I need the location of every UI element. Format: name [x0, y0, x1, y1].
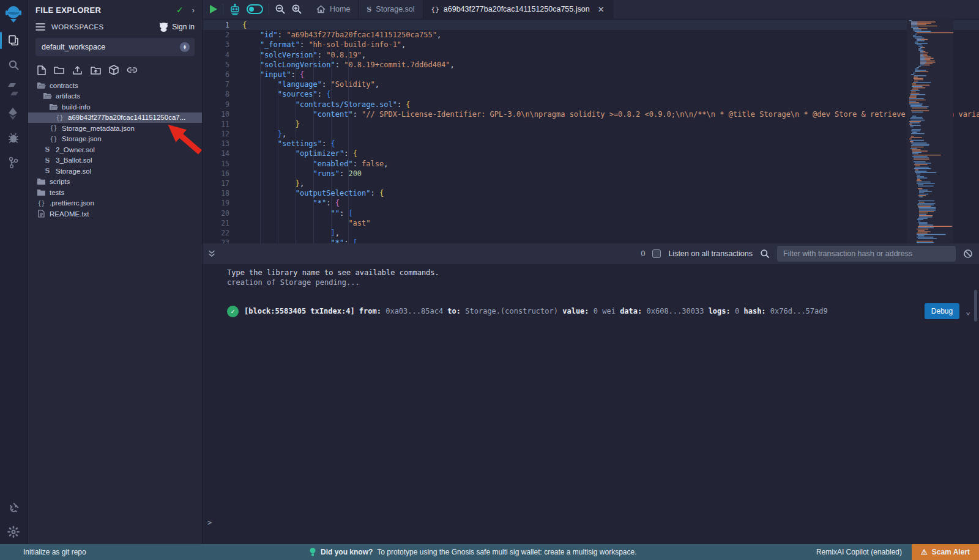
code-line-10[interactable]: 10 "content": "// SPDX-License-Identifie…	[203, 109, 979, 119]
divider	[269, 4, 269, 15]
code-line-12[interactable]: 12 },	[203, 129, 979, 139]
remix-ide-window: FILE EXPLORER ✓ › WORKSPACES Sign in def…	[0, 0, 979, 560]
sidebar-item-search[interactable]	[0, 53, 28, 77]
code-line-3[interactable]: 3 "_format": "hh-sol-build-info-1",	[203, 40, 979, 50]
expand-transaction-icon[interactable]: ⌄	[966, 307, 970, 316]
code-line-23[interactable]: 23 "*": [	[203, 238, 979, 243]
workspace-select[interactable]: default_workspace ▲▼	[35, 38, 195, 56]
sidebar-item-file-explorer[interactable]	[0, 28, 28, 53]
code-line-19[interactable]: 19 "*": {	[203, 198, 979, 208]
editor-tab-bar: HomeSStorage.sol{}a69b43f277ba20fcac1411…	[203, 0, 979, 18]
terminal-prompt[interactable]: >	[207, 518, 212, 527]
did-you-know-tip: Did you know? To prototype using the Gno…	[309, 547, 637, 557]
code-line-17[interactable]: 17 },	[203, 179, 979, 188]
folder-icon	[37, 189, 46, 196]
tree-item-tests[interactable]: tests	[28, 187, 202, 198]
link-icon[interactable]	[127, 65, 138, 75]
listen-all-checkbox[interactable]	[652, 249, 661, 258]
tree-item-readme-txt[interactable]: README.txt	[28, 208, 202, 219]
tree-item-contracts[interactable]: contracts	[28, 80, 202, 91]
check-icon: ✓	[176, 5, 184, 15]
sidebar-item-solidity-compiler[interactable]	[0, 77, 28, 101]
tree-item-storage-metadata-json[interactable]: {}Storage_metadata.json	[28, 123, 202, 134]
tree-item-2-owner-sol[interactable]: S2_Owner.sol	[28, 144, 202, 155]
transaction-filter-input[interactable]	[777, 246, 956, 262]
debug-button[interactable]: Debug	[925, 303, 959, 319]
tab-storage-sol[interactable]: SStorage.sol	[359, 0, 423, 18]
code-line-7[interactable]: 7 "language": "Solidity",	[203, 79, 979, 89]
json-icon: {}	[37, 200, 45, 207]
transaction-log-row[interactable]: ✓ [block:5583405 txIndex:4] from: 0xa03.…	[227, 303, 970, 319]
code-line-11[interactable]: 11 }	[203, 119, 979, 129]
code-line-8[interactable]: 8 "sources": {	[203, 89, 979, 99]
new-file-icon[interactable]	[37, 65, 46, 75]
box-icon[interactable]	[109, 65, 119, 75]
close-tab-icon[interactable]: ✕	[598, 5, 605, 14]
copilot-status[interactable]: RemixAI Copilot (enabled)	[816, 548, 902, 556]
code-line-16[interactable]: 16 "runs": 200	[203, 169, 979, 179]
sign-in-button[interactable]: Sign in	[158, 22, 195, 32]
hamburger-menu-icon[interactable]	[35, 23, 45, 31]
code-line-20[interactable]: 20 "": [	[203, 208, 979, 218]
new-folder-icon[interactable]	[54, 65, 64, 75]
workspace-name: default_workspace	[42, 43, 180, 51]
active-indicator	[0, 32, 2, 49]
code-editor[interactable]: 1{2 "id": "a69b43f277ba20fcac141151250ca…	[203, 18, 979, 243]
code-line-4[interactable]: 4 "solcVersion": "0.8.19",	[203, 50, 979, 60]
code-line-18[interactable]: 18 "outputSelection": {	[203, 188, 979, 198]
clear-console-icon[interactable]	[963, 249, 973, 259]
tree-item-a69b43f277ba20fcac141151250ca7-[interactable]: {}a69b43f277ba20fcac141151250ca7...	[28, 112, 202, 123]
tree-item-3-ballot-sol[interactable]: S3_Ballot.sol	[28, 155, 202, 166]
main-area: HomeSStorage.sol{}a69b43f277ba20fcac1411…	[202, 0, 979, 544]
remix-logo-icon[interactable]	[0, 0, 28, 28]
tree-item--prettierrc-json[interactable]: {}.prettierrc.json	[28, 198, 202, 209]
tab-a69b43f277ba20fcac141151250ca755-json[interactable]: {}a69b43f277ba20fcac141151250ca755.json✕	[423, 0, 613, 18]
code-line-14[interactable]: 14 "optimizer": {	[203, 149, 979, 158]
terminal[interactable]: Type the library name to see available c…	[203, 264, 979, 544]
code-line-2[interactable]: 2 "id": "a69b43f277ba20fcac141151250ca75…	[203, 30, 979, 40]
code-line-13[interactable]: 13 "settings": {	[203, 139, 979, 149]
copilot-toggle[interactable]	[247, 4, 263, 14]
collapse-terminal-icon[interactable]	[207, 249, 216, 258]
search-icon	[760, 249, 770, 259]
zoom-out-button[interactable]	[275, 4, 286, 15]
solidity-file-icon: S	[45, 146, 50, 153]
sidebar-item-plugin-manager[interactable]	[0, 495, 28, 520]
code-line-15[interactable]: 15 "enabled": false,	[203, 159, 979, 169]
ai-assistant-robot-icon[interactable]	[229, 4, 241, 15]
upload-file-icon[interactable]	[72, 65, 83, 75]
panel-chevron-right-icon[interactable]: ›	[192, 6, 195, 15]
tree-item-build-info[interactable]: build-info	[28, 101, 202, 112]
tree-item-storage-json[interactable]: {}Storage.json	[28, 134, 202, 145]
tab-home[interactable]: Home	[308, 0, 359, 18]
home-icon	[316, 5, 326, 13]
code-line-22[interactable]: 22 ],	[203, 228, 979, 238]
code-line-6[interactable]: 6 "input": {	[203, 70, 979, 79]
divider	[223, 4, 223, 15]
upload-folder-icon[interactable]	[91, 65, 101, 75]
code-line-9[interactable]: 9 "contracts/Storage.sol": {	[203, 100, 979, 109]
scam-alert-button[interactable]: ⚠ Scam Alert	[912, 544, 979, 560]
sidebar-item-deploy-run[interactable]	[0, 101, 28, 126]
minimap[interactable]	[907, 18, 953, 243]
file-explorer-panel: FILE EXPLORER ✓ › WORKSPACES Sign in def…	[28, 0, 202, 544]
run-script-button[interactable]	[210, 5, 217, 13]
json-icon: {}	[56, 114, 63, 121]
sidebar-item-settings[interactable]	[0, 520, 28, 544]
code-line-5[interactable]: 5 "solcLongVersion": "0.8.19+commit.7dd6…	[203, 60, 979, 70]
warning-icon: ⚠	[921, 548, 928, 556]
tree-item-artifacts[interactable]: artifacts	[28, 91, 202, 102]
icon-rail	[0, 0, 28, 544]
folder-open-icon	[37, 82, 46, 89]
gear-icon	[7, 526, 20, 538]
terminal-scrollbar[interactable]	[974, 290, 977, 322]
tree-item-scripts[interactable]: scripts	[28, 177, 202, 188]
sidebar-item-git[interactable]	[0, 150, 28, 175]
solidity-file-icon: S	[45, 157, 50, 164]
code-line-1[interactable]: 1{	[203, 20, 979, 30]
tree-item-storage-sol[interactable]: SStorage.sol	[28, 166, 202, 177]
zoom-in-button[interactable]	[291, 4, 302, 15]
git-init-button[interactable]: Initialize as git repo	[0, 548, 86, 556]
sidebar-item-debugger[interactable]	[0, 126, 28, 150]
code-line-21[interactable]: 21 "ast"	[203, 218, 979, 228]
